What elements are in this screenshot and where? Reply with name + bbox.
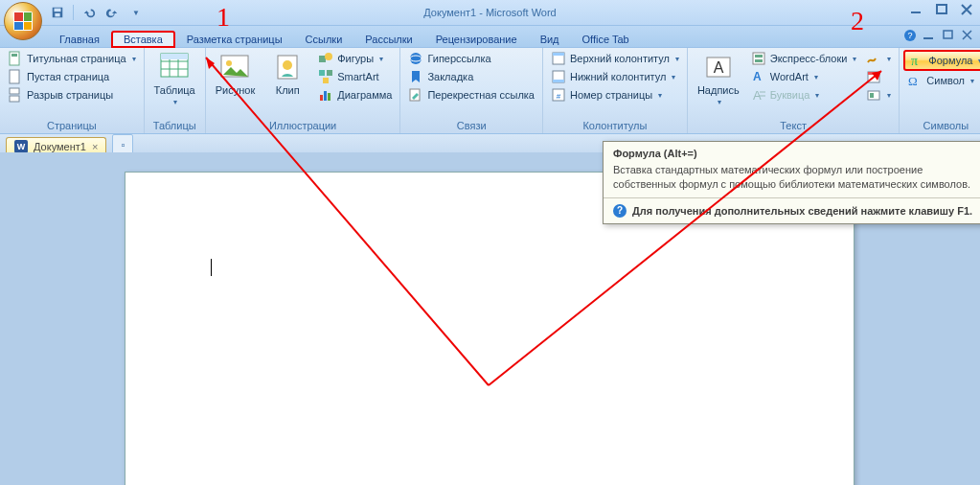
- svg-rect-19: [161, 54, 188, 59]
- svg-text:π: π: [911, 54, 918, 68]
- dropcap-button[interactable]: AБуквица▾: [747, 86, 861, 104]
- crossref-button[interactable]: Перекрестная ссылка: [404, 86, 538, 104]
- page-break-button[interactable]: Разрыв страницы: [4, 86, 140, 104]
- page-break-icon: [8, 87, 23, 103]
- qat-customize[interactable]: ▼: [125, 3, 145, 22]
- chart-icon: [318, 87, 333, 103]
- doc-tab-close[interactable]: ×: [92, 141, 98, 152]
- header-icon: [551, 51, 566, 66]
- footer-button[interactable]: Нижний колонтитул▾: [547, 68, 683, 85]
- svg-rect-28: [323, 78, 329, 83]
- datetime-icon: [866, 69, 881, 84]
- office-button[interactable]: [4, 2, 42, 40]
- svg-rect-27: [327, 70, 332, 76]
- pi-icon: π: [909, 53, 924, 68]
- svg-rect-26: [319, 70, 325, 76]
- group-symbols-label: Символы: [903, 119, 980, 133]
- svg-rect-10: [11, 54, 17, 57]
- smartart-icon: [318, 69, 333, 84]
- signature-icon: [866, 51, 881, 66]
- close-button[interactable]: [959, 3, 974, 16]
- cover-page-button[interactable]: Титульная страница▾: [4, 50, 140, 67]
- chart-button[interactable]: Диаграмма: [314, 86, 396, 104]
- picture-button[interactable]: Рисунок: [210, 50, 262, 104]
- omega-icon: Ω: [907, 73, 923, 88]
- tab-mailings[interactable]: Рассылки: [353, 31, 423, 47]
- svg-point-32: [410, 53, 422, 64]
- word-doc-icon: W: [14, 140, 28, 153]
- qat-undo[interactable]: [80, 3, 99, 22]
- hyperlink-icon: [408, 51, 423, 66]
- ribbon-min-icon[interactable]: [923, 29, 936, 42]
- table-button[interactable]: Таблица▾: [148, 50, 201, 108]
- group-pages-label: Страницы: [4, 119, 140, 133]
- shapes-icon: [318, 51, 333, 66]
- tab-home[interactable]: Главная: [48, 31, 111, 47]
- smartart-button[interactable]: SmartArt: [314, 68, 396, 85]
- object-button[interactable]: ▾: [862, 86, 895, 104]
- pagenum-button[interactable]: #Номер страницы▾: [547, 86, 683, 104]
- svg-rect-1: [55, 9, 61, 12]
- svg-rect-29: [320, 95, 323, 101]
- cover-page-icon: [8, 51, 23, 66]
- svg-rect-36: [553, 53, 564, 56]
- svg-rect-8: [944, 31, 952, 38]
- symbol-button[interactable]: ΩСимвол▾: [903, 72, 980, 89]
- tab-insert[interactable]: Вставка: [111, 31, 175, 48]
- tab-references[interactable]: Ссылки: [294, 31, 354, 47]
- qat-redo[interactable]: [103, 3, 122, 22]
- object-icon: [866, 87, 881, 103]
- formula-button[interactable]: πФормула▾: [903, 50, 980, 71]
- svg-rect-13: [10, 96, 19, 102]
- help-badge-icon: ?: [613, 204, 627, 218]
- crossref-icon: [408, 87, 423, 103]
- svg-rect-2: [55, 13, 59, 17]
- bookmark-icon: [408, 69, 423, 84]
- signature-button[interactable]: ▾: [862, 50, 895, 67]
- svg-rect-24: [319, 56, 326, 62]
- svg-rect-45: [755, 59, 763, 62]
- quickparts-button[interactable]: Экспресс-блоки▾: [747, 50, 861, 67]
- svg-rect-12: [10, 88, 19, 94]
- svg-rect-53: [870, 93, 874, 98]
- text-cursor: [211, 259, 212, 276]
- group-tables-label: Таблицы: [148, 119, 201, 133]
- max-button[interactable]: [934, 3, 949, 16]
- textbox-icon: A: [703, 52, 734, 82]
- shapes-button[interactable]: Фигуры▾: [314, 50, 396, 67]
- quickparts-icon: [751, 51, 766, 66]
- tab-officetab[interactable]: Office Tab: [571, 31, 641, 47]
- svg-text:?: ?: [907, 31, 912, 40]
- ribbon-close-icon[interactable]: [961, 29, 974, 42]
- picture-icon: [219, 52, 250, 82]
- tab-review[interactable]: Рецензирование: [424, 31, 529, 47]
- svg-rect-4: [937, 5, 946, 13]
- header-button[interactable]: Верхний колонтитул▾: [547, 50, 683, 67]
- wordart-button[interactable]: AWordArt▾: [747, 68, 861, 85]
- svg-rect-7: [923, 37, 933, 39]
- datetime-button[interactable]: [862, 68, 895, 85]
- pagenum-icon: #: [551, 87, 566, 103]
- qat-save[interactable]: [48, 3, 67, 22]
- hyperlink-button[interactable]: Гиперссылка: [404, 50, 538, 67]
- textbox-button[interactable]: A Надпись▾: [692, 50, 745, 108]
- tab-view[interactable]: Вид: [529, 31, 571, 47]
- help-icon[interactable]: ?: [903, 29, 917, 42]
- svg-text:#: #: [557, 92, 561, 101]
- svg-rect-38: [553, 80, 564, 82]
- tooltip: Формула (Alt+=) Вставка стандартных мате…: [603, 141, 980, 224]
- svg-rect-43: [753, 53, 764, 64]
- svg-rect-30: [324, 91, 327, 101]
- document-tab-label: Документ1: [34, 141, 86, 152]
- ribbon-restore-icon[interactable]: [942, 29, 955, 42]
- table-icon: [159, 52, 190, 82]
- tooltip-body: Вставка стандартных математических форму…: [613, 163, 980, 192]
- tab-pagelayout[interactable]: Разметка страницы: [175, 31, 294, 47]
- group-text-label: Текст: [692, 119, 895, 133]
- svg-text:A: A: [753, 70, 762, 83]
- blank-page-button[interactable]: Пустая страница: [4, 68, 140, 85]
- svg-rect-44: [755, 55, 763, 58]
- bookmark-button[interactable]: Закладка: [404, 68, 538, 85]
- clip-button[interactable]: Клип: [262, 50, 312, 104]
- min-button[interactable]: [909, 3, 924, 16]
